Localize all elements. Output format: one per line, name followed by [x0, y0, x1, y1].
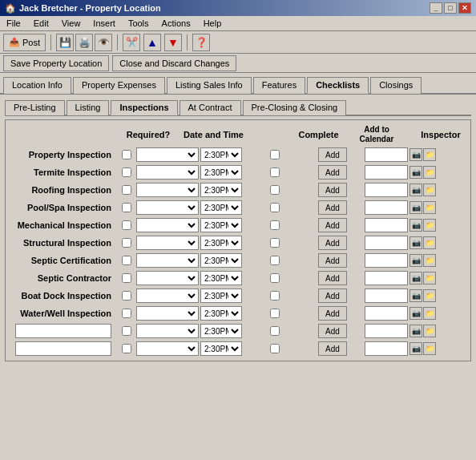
inspector-folder-btn-mechanical[interactable]: 📁	[423, 219, 436, 232]
inspector-camera-btn-property[interactable]: 📷	[409, 148, 422, 161]
add-cal-btn-structural[interactable]: Add	[318, 236, 347, 250]
tab-checklists[interactable]: Checklists	[307, 77, 369, 94]
complete-check-property[interactable]	[270, 150, 280, 159]
time-select-custom1[interactable]: 2:30PM	[200, 324, 242, 338]
required-check-structural[interactable]	[122, 238, 131, 248]
subtab-pre-closing[interactable]: Pre-Closing & Closing	[243, 100, 347, 115]
required-check-mechanical[interactable]	[122, 220, 131, 230]
date-select-termite[interactable]	[136, 165, 199, 180]
date-select-mechanical[interactable]	[136, 218, 199, 232]
inspector-folder-btn-boat-dock[interactable]: 📁	[423, 289, 436, 302]
inspector-input-termite[interactable]	[365, 165, 408, 180]
inspector-input-boat-dock[interactable]	[365, 289, 408, 303]
add-cal-btn-septic-contractor[interactable]: Add	[318, 271, 347, 285]
close-button[interactable]: ✕	[458, 2, 471, 14]
inspector-camera-btn-water-well[interactable]: 📷	[409, 307, 422, 320]
tab-features[interactable]: Features	[253, 77, 305, 94]
inspector-folder-btn-termite[interactable]: 📁	[423, 166, 436, 179]
inspector-folder-btn-custom1[interactable]: 📁	[423, 325, 436, 337]
complete-check-custom2[interactable]	[270, 344, 280, 353]
complete-check-roofing[interactable]	[270, 185, 280, 195]
help-icon-btn[interactable]: ❓	[192, 34, 210, 51]
inspector-camera-btn-pool-spa[interactable]: 📷	[409, 201, 422, 214]
time-select-septic-contractor[interactable]: 2:30PM	[200, 271, 242, 285]
complete-check-pool-spa[interactable]	[270, 203, 280, 212]
print-icon-btn[interactable]: 🖨️	[75, 34, 93, 51]
tab-location-info[interactable]: Location Info	[3, 77, 71, 94]
menu-help[interactable]: Help	[200, 18, 225, 29]
tab-listing-sales-info[interactable]: Listing Sales Info	[167, 77, 252, 94]
time-select-property[interactable]: 2:30PM	[200, 147, 242, 162]
menu-file[interactable]: File	[3, 18, 24, 29]
inspector-input-roofing[interactable]	[365, 183, 408, 197]
date-select-property[interactable]	[136, 147, 199, 162]
time-select-custom2[interactable]: 2:30PM	[200, 341, 242, 356]
inspector-camera-btn-custom2[interactable]: 📷	[409, 342, 422, 355]
required-check-septic-cert[interactable]	[122, 256, 131, 265]
inspector-input-pool-spa[interactable]	[365, 200, 408, 215]
add-cal-btn-boat-dock[interactable]: Add	[318, 289, 347, 303]
inspector-camera-btn-roofing[interactable]: 📷	[409, 184, 422, 196]
inspector-input-water-well[interactable]	[365, 306, 408, 321]
required-check-septic-contractor[interactable]	[122, 273, 131, 283]
complete-check-termite[interactable]	[270, 167, 280, 177]
complete-check-custom1[interactable]	[270, 326, 280, 336]
date-select-pool-spa[interactable]	[136, 200, 199, 215]
time-select-water-well[interactable]: 2:30PM	[200, 306, 242, 321]
required-check-water-well[interactable]	[122, 309, 131, 318]
subtab-pre-listing[interactable]: Pre-Listing	[5, 100, 65, 115]
menu-tools[interactable]: Tools	[125, 18, 152, 29]
save-icon-btn[interactable]: 💾	[56, 34, 74, 51]
time-select-pool-spa[interactable]: 2:30PM	[200, 200, 242, 215]
date-select-water-well[interactable]	[136, 306, 199, 321]
menu-edit[interactable]: Edit	[30, 18, 52, 29]
inspector-input-mechanical[interactable]	[365, 218, 408, 232]
required-check-termite[interactable]	[122, 167, 131, 177]
required-check-boat-dock[interactable]	[122, 291, 131, 301]
preview-icon-btn[interactable]: 👁️	[95, 34, 112, 51]
custom-label-input-1[interactable]	[15, 324, 111, 338]
complete-check-septic-contractor[interactable]	[270, 273, 280, 283]
inspector-camera-btn-septic-contractor[interactable]: 📷	[409, 272, 422, 284]
tab-property-expenses[interactable]: Property Expenses	[73, 77, 165, 94]
inspector-folder-btn-septic-contractor[interactable]: 📁	[423, 272, 436, 284]
complete-check-water-well[interactable]	[270, 309, 280, 318]
add-cal-btn-custom1[interactable]: Add	[318, 324, 347, 338]
inspector-folder-btn-pool-spa[interactable]: 📁	[423, 201, 436, 214]
menu-actions[interactable]: Actions	[159, 18, 194, 29]
inspector-camera-btn-boat-dock[interactable]: 📷	[409, 289, 422, 302]
time-select-mechanical[interactable]: 2:30PM	[200, 218, 242, 232]
date-select-custom2[interactable]	[136, 341, 199, 356]
inspector-input-septic-cert[interactable]	[365, 253, 408, 268]
inspector-folder-btn-septic-cert[interactable]: 📁	[423, 254, 436, 267]
inspector-camera-btn-mechanical[interactable]: 📷	[409, 219, 422, 232]
inspector-camera-btn-septic-cert[interactable]: 📷	[409, 254, 422, 267]
date-select-custom1[interactable]	[136, 324, 199, 338]
inspector-input-septic-contractor[interactable]	[365, 271, 408, 285]
inspector-folder-btn-custom2[interactable]: 📁	[423, 342, 436, 355]
add-cal-btn-mechanical[interactable]: Add	[318, 218, 347, 232]
required-check-custom2[interactable]	[122, 344, 131, 353]
inspector-input-custom2[interactable]	[365, 341, 408, 356]
required-check-custom1[interactable]	[122, 326, 131, 336]
inspector-folder-btn-structural[interactable]: 📁	[423, 236, 436, 249]
inspector-camera-btn-custom1[interactable]: 📷	[409, 325, 422, 337]
inspector-folder-btn-water-well[interactable]: 📁	[423, 307, 436, 320]
menu-view[interactable]: View	[58, 18, 84, 29]
complete-property[interactable]	[248, 150, 301, 159]
maximize-button[interactable]: □	[444, 2, 457, 14]
minimize-button[interactable]: _	[430, 2, 442, 14]
add-cal-btn-termite[interactable]: Add	[318, 165, 347, 180]
complete-check-boat-dock[interactable]	[270, 291, 280, 301]
complete-check-mechanical[interactable]	[270, 220, 280, 230]
cut-icon-btn[interactable]: ✂️	[123, 34, 140, 51]
time-select-termite[interactable]: 2:30PM	[200, 165, 242, 180]
inspector-folder-btn-property[interactable]: 📁	[423, 148, 436, 161]
post-button[interactable]: 📤 Post	[3, 34, 46, 51]
inspector-camera-btn-termite[interactable]: 📷	[409, 166, 422, 179]
add-cal-btn-property[interactable]: Add	[318, 147, 347, 162]
inspector-input-custom1[interactable]	[365, 324, 408, 338]
close-discard-button[interactable]: Close and Discard Changes	[112, 55, 236, 71]
date-select-septic-cert[interactable]	[136, 253, 199, 268]
complete-check-structural[interactable]	[270, 238, 280, 248]
